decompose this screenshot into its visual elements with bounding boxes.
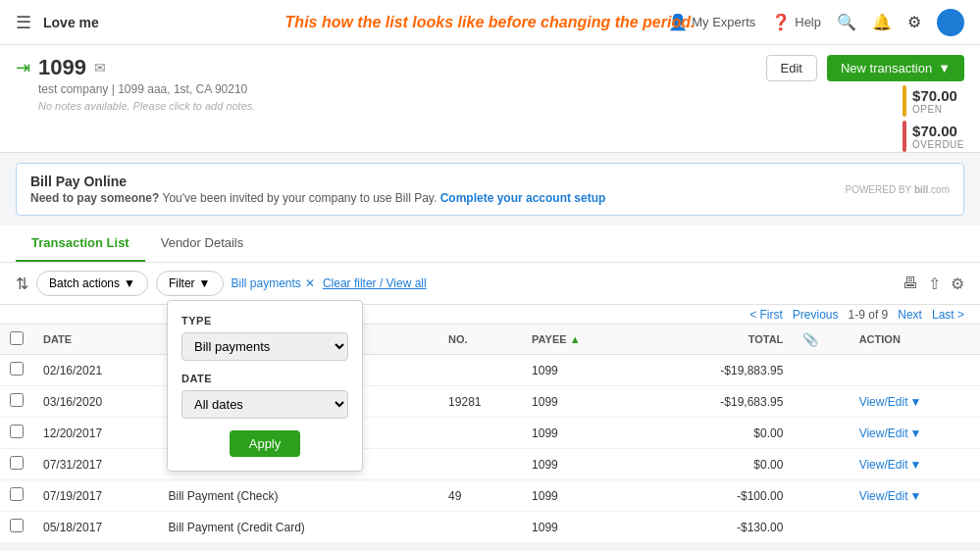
overdue-bar xyxy=(903,121,906,152)
dropdown-arrow-icon[interactable]: ▼ xyxy=(909,489,921,503)
cell-clip xyxy=(793,418,849,449)
nav-left: ☰ Love me xyxy=(16,12,99,33)
cell-total: -$19,683.95 xyxy=(661,386,793,418)
cell-spacer xyxy=(407,449,438,480)
cell-total: $0.00 xyxy=(661,449,793,480)
cell-total: $0.00 xyxy=(661,418,793,449)
prev-link[interactable]: Previous xyxy=(793,308,839,322)
gear-icon[interactable]: ⚙ xyxy=(907,13,921,31)
cell-spacer2 xyxy=(631,386,662,418)
page-info: 1-9 of 9 xyxy=(849,308,889,322)
bell-icon[interactable]: 🔔 xyxy=(872,13,892,31)
filter-close-icon[interactable]: ✕ xyxy=(305,276,315,290)
row-checkbox[interactable] xyxy=(10,456,24,470)
first-link[interactable]: < First xyxy=(749,308,783,322)
view-edit-button[interactable]: View/Edit ▼ xyxy=(859,489,970,503)
chevron-down-icon: ▼ xyxy=(938,61,951,75)
email-icon[interactable]: ✉ xyxy=(94,60,106,75)
banner-title: This how the list looks like before chan… xyxy=(285,14,696,31)
cell-no xyxy=(438,355,522,386)
apply-button[interactable]: Apply xyxy=(230,430,301,457)
col-total: TOTAL xyxy=(661,325,793,355)
view-edit-button[interactable]: View/Edit ▼ xyxy=(859,395,970,409)
table-row: 05/18/2017 Bill Payment (Credit Card) 10… xyxy=(0,512,980,543)
dropdown-arrow-icon[interactable]: ▼ xyxy=(909,458,921,472)
row-checkbox[interactable] xyxy=(10,393,24,407)
pagination-row: < First Previous 1-9 of 9 Next Last > xyxy=(0,305,980,325)
cell-no xyxy=(438,512,522,543)
row-checkbox[interactable] xyxy=(10,425,24,438)
sort-icon[interactable]: ⇅ xyxy=(16,275,28,293)
header-section: ⇥ 1099 ✉ test company | 1099 aaa, 1st, C… xyxy=(0,45,980,153)
cell-spacer2 xyxy=(631,355,662,386)
pagination: < First Previous 1-9 of 9 Next Last > xyxy=(749,308,964,322)
col-spacer xyxy=(407,325,438,355)
chevron-down-icon: ▼ xyxy=(124,276,135,290)
bill-pay-desc: Need to pay someone? You've been invited… xyxy=(30,191,605,205)
col-payee[interactable]: PAYEE ▲ xyxy=(522,325,631,355)
cell-type: Bill Payment (Credit Card) xyxy=(158,512,407,543)
vendor-id: 1099 xyxy=(38,55,86,80)
row-checkbox[interactable] xyxy=(10,519,24,532)
table-row: 12/20/2017 Bill Payment (C... 1099 $0.00… xyxy=(0,418,980,449)
filter-button[interactable]: Filter ▼ xyxy=(156,271,224,296)
cell-spacer xyxy=(407,418,438,449)
open-bar xyxy=(903,85,906,117)
toolbar: ⇅ Batch actions ▼ Filter ▼ Bill payments… xyxy=(0,263,980,305)
help-nav[interactable]: ❓ Help xyxy=(771,13,821,31)
cell-action xyxy=(850,512,980,543)
cell-payee: 1099 xyxy=(522,418,631,449)
table-row: 02/16/2021 Bill Payment (C... 1099 -$19,… xyxy=(0,355,980,386)
filter-tag[interactable]: Bill payments ✕ xyxy=(232,276,315,290)
print-icon[interactable]: 🖶 xyxy=(903,275,918,292)
col-clip: 📎 xyxy=(793,325,849,355)
cell-date: 07/31/2017 xyxy=(33,449,158,480)
row-checkbox[interactable] xyxy=(10,487,24,501)
search-icon[interactable]: 🔍 xyxy=(837,13,856,31)
transaction-table: DATE TYPE NO. PAYEE ▲ TOTAL 📎 ACTION 02/… xyxy=(0,325,980,543)
top-nav: ☰ Love me This how the list looks like b… xyxy=(0,0,980,45)
view-edit-button[interactable]: View/Edit ▼ xyxy=(859,426,970,440)
last-link[interactable]: Last > xyxy=(932,308,964,322)
cell-spacer2 xyxy=(631,418,662,449)
row-checkbox[interactable] xyxy=(10,362,24,376)
cell-date: 03/16/2020 xyxy=(33,386,158,418)
tab-vendor-details[interactable]: Vendor Details xyxy=(145,225,260,262)
view-edit-button[interactable]: View/Edit ▼ xyxy=(859,458,970,472)
next-link[interactable]: Next xyxy=(898,308,922,322)
cell-total: -$100.00 xyxy=(661,480,793,512)
bill-pay-link[interactable]: Complete your account setup xyxy=(440,191,606,205)
dropdown-arrow-icon[interactable]: ▼ xyxy=(909,426,921,440)
type-label: Type xyxy=(181,315,348,326)
hamburger-icon[interactable]: ☰ xyxy=(16,12,31,33)
cell-no xyxy=(438,418,522,449)
bill-pay-title: Bill Pay Online xyxy=(30,174,605,189)
dropdown-arrow-icon[interactable]: ▼ xyxy=(909,395,921,409)
filter-chevron-icon: ▼ xyxy=(199,276,211,290)
upload-icon[interactable]: ⇧ xyxy=(928,275,941,293)
settings-icon[interactable]: ⚙ xyxy=(951,275,964,293)
type-select[interactable]: Bill payments All Invoice Credit Memo xyxy=(181,332,348,361)
col-date: DATE xyxy=(33,325,158,355)
date-select[interactable]: All dates This month Last month This qua… xyxy=(181,390,348,419)
batch-actions-button[interactable]: Batch actions ▼ xyxy=(36,271,148,296)
cell-type: Bill Payment (Check) xyxy=(158,480,407,512)
cell-spacer2 xyxy=(631,512,662,543)
table-row: 03/16/2020 Bill Payment (C... 19281 1099… xyxy=(0,386,980,418)
clip-icon: 📎 xyxy=(802,332,818,347)
select-all-checkbox[interactable] xyxy=(10,331,24,345)
tab-transaction-list[interactable]: Transaction List xyxy=(16,225,145,262)
cell-clip xyxy=(793,480,849,512)
expand-icon[interactable]: ⇥ xyxy=(16,57,30,78)
vendor-notes[interactable]: No notes available. Please click to add … xyxy=(38,100,255,112)
clear-filter-link[interactable]: Clear filter / View all xyxy=(323,276,427,290)
date-label: Date xyxy=(181,373,348,384)
edit-button[interactable]: Edit xyxy=(766,55,817,81)
table-row: 07/31/2017 Bill Payment (C... 1099 $0.00… xyxy=(0,449,980,480)
cell-no: 19281 xyxy=(438,386,522,418)
brand-name: Love me xyxy=(43,15,99,30)
cell-no: 49 xyxy=(438,480,522,512)
cell-date: 05/18/2017 xyxy=(33,512,158,543)
new-transaction-button[interactable]: New transaction ▼ xyxy=(827,55,964,81)
cell-action xyxy=(850,355,980,386)
